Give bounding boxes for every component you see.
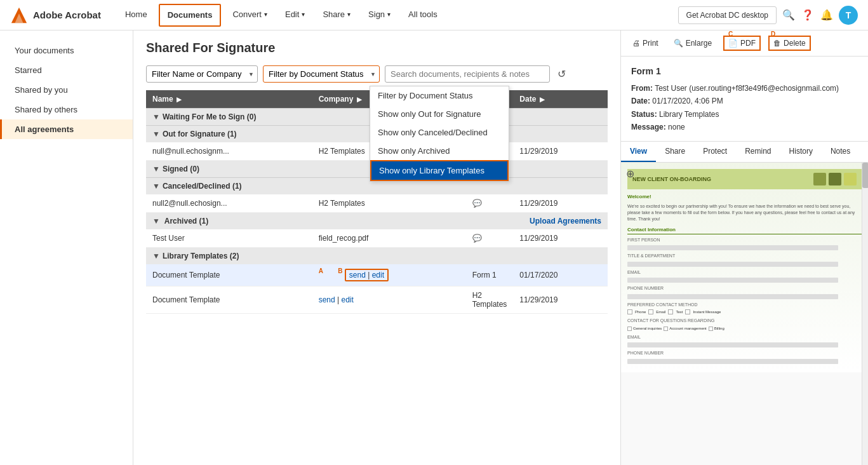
panel-from: From: Test User (user.routing+f8f3e49f6@…	[631, 82, 858, 95]
dropdown-item-canceled[interactable]: Show only Canceled/Declined	[370, 123, 509, 142]
help-icon[interactable]: ❓	[801, 8, 815, 22]
sidebar-item-shared-by-you[interactable]: Shared by you	[0, 80, 133, 100]
send-link-1[interactable]: send	[349, 271, 366, 280]
notification-icon[interactable]: 🔔	[820, 8, 834, 22]
send-edit-box: send | edit	[345, 269, 389, 281]
delete-btn-wrapper: D 🗑 Delete	[768, 36, 811, 51]
send-link-2[interactable]: send	[319, 295, 335, 304]
section-library[interactable]: ▼Library Templates (2)	[146, 248, 608, 265]
table-row-library-1[interactable]: Document Template A B send | edit	[146, 264, 608, 286]
scrollbar-track[interactable]	[862, 163, 868, 465]
top-nav: Adobe Acrobat Home Documents Convert▾ Ed…	[0, 0, 868, 30]
badge-b: B	[338, 267, 342, 274]
preview-document: NEW CLIENT ON-BOARDING Welcome! We're so…	[621, 163, 868, 372]
delete-icon: 🗑	[773, 39, 781, 48]
section-toggle-canceled[interactable]: ▼	[152, 182, 160, 191]
nav-sign[interactable]: Sign▾	[359, 0, 399, 30]
preview-header: NEW CLIENT ON-BOARDING	[627, 169, 862, 189]
print-button[interactable]: 🖨 Print	[629, 37, 662, 50]
sort-date-icon: ▶	[540, 96, 545, 103]
avatar[interactable]: T	[839, 6, 858, 25]
dropdown-item-filter-status[interactable]: Filter by Document Status	[370, 86, 509, 105]
nav-home[interactable]: Home	[116, 0, 156, 30]
sidebar-item-all-agreements[interactable]: All agreements	[0, 119, 133, 139]
row-name: Document Template	[146, 264, 312, 286]
upload-agreements-link[interactable]: Upload Agreements	[530, 217, 601, 226]
refresh-icon[interactable]: ↺	[555, 65, 568, 83]
nav-links: Home Documents Convert▾ Edit▾ Share▾ Sig…	[116, 0, 678, 30]
nav-convert[interactable]: Convert▾	[224, 0, 276, 30]
sidebar-item-starred[interactable]: Starred	[0, 60, 133, 80]
row-send-edit-2: send | edit	[312, 286, 466, 314]
edit-link-1[interactable]: edit	[372, 271, 384, 280]
search-input[interactable]	[385, 65, 550, 83]
section-toggle-archived[interactable]: ▼	[152, 217, 160, 226]
row-send-edit: A B send | edit	[312, 264, 466, 286]
nav-share[interactable]: Share▾	[314, 0, 359, 30]
dropdown-item-out-for-sig[interactable]: Show only Out for Signature	[370, 105, 509, 123]
badge-a: A	[319, 267, 323, 274]
tab-notes[interactable]: Notes	[822, 142, 859, 162]
search-icon[interactable]: 🔍	[782, 8, 796, 22]
row-date: 11/29/2019	[513, 194, 608, 213]
tab-view[interactable]: View	[621, 142, 656, 162]
pdf-button[interactable]: 📄 PDF	[723, 36, 761, 51]
section-toggle-out[interactable]: ▼	[152, 130, 160, 138]
convert-caret-icon: ▾	[264, 11, 267, 18]
row-date-1: 01/17/2020	[513, 264, 608, 286]
filter-dropdown-menu: Filter by Document Status Show only Out …	[370, 86, 509, 182]
enlarge-button[interactable]: 🔍 Enlarge	[670, 37, 716, 50]
scrollbar-thumb[interactable]	[862, 163, 868, 188]
tab-share[interactable]: Share	[656, 142, 694, 162]
table-row-library-2[interactable]: Document Template send | edit H2 Templat…	[146, 286, 608, 314]
section-toggle-signed[interactable]: ▼	[152, 165, 160, 173]
sidebar-item-your-documents[interactable]: Your documents	[0, 41, 133, 60]
row-name: null@null.echosignm...	[146, 142, 312, 161]
filter-document-status[interactable]: Filter by Document Status	[263, 65, 380, 83]
section-archived[interactable]: ▼ Archived (1) Upload Agreements	[146, 213, 608, 230]
sidebar-item-shared-by-others[interactable]: Shared by others	[0, 100, 133, 119]
section-toggle-library[interactable]: ▼	[152, 252, 160, 260]
dropdown-item-library-templates[interactable]: Show only Library Templates	[370, 160, 509, 181]
pdf-icon: 📄	[728, 39, 738, 48]
pdf-btn-wrapper: C 📄 PDF	[723, 36, 761, 51]
tab-protect[interactable]: Protect	[694, 142, 736, 162]
adobe-logo-icon	[10, 6, 28, 24]
section-toggle-waiting[interactable]: ▼	[152, 112, 160, 121]
main-content: Shared For Signature Filter Name or Comp…	[133, 30, 620, 465]
col-date[interactable]: Date ▶	[513, 90, 608, 109]
right-panel: 🖨 Print 🔍 Enlarge C 📄 PDF D 🗑 Delete	[620, 30, 868, 465]
panel-preview: ⊕ NEW CLIENT ON-BOARDING Welcome!	[621, 163, 868, 465]
logo-text: Adobe Acrobat	[33, 10, 101, 20]
nav-documents[interactable]: Documents	[159, 4, 222, 27]
preview-container: ⊕ NEW CLIENT ON-BOARDING Welcome!	[621, 163, 868, 372]
panel-date: Date: 01/17/2020, 4:06 PM	[631, 95, 858, 107]
row-name: null2@null.echosign...	[146, 194, 312, 213]
table-row[interactable]: Test User field_recog.pdf 💬 11/29/2019	[146, 229, 608, 248]
dropdown-item-archived[interactable]: Show only Archived	[370, 142, 509, 160]
logo: Adobe Acrobat	[10, 6, 101, 24]
nav-edit[interactable]: Edit▾	[276, 0, 314, 30]
nav-right: Get Acrobat DC desktop 🔍 ❓ 🔔 T	[678, 6, 858, 25]
layout: Your documents Starred Shared by you Sha…	[0, 30, 868, 465]
row-date: 11/29/2019	[513, 142, 608, 161]
filter-name-company[interactable]: Filter Name or Company	[146, 65, 258, 83]
col-name[interactable]: Name ▶	[146, 90, 312, 109]
edit-link-2[interactable]: edit	[341, 295, 353, 304]
delete-button[interactable]: 🗑 Delete	[768, 36, 811, 51]
panel-tabs: View Share Protect Remind History Notes	[621, 142, 868, 163]
tab-remind[interactable]: Remind	[736, 142, 780, 162]
acrobat-dc-button[interactable]: Get Acrobat DC desktop	[678, 6, 777, 24]
preview-icon-2	[829, 173, 841, 185]
panel-info: Form 1 From: Test User (user.routing+f8f…	[621, 57, 868, 142]
row-company-1: Form 1	[466, 264, 514, 286]
panel-message: Message: none	[631, 121, 858, 133]
row-company: H2 Templates	[312, 194, 466, 213]
table-row[interactable]: null2@null.echosign... H2 Templates 💬 11…	[146, 194, 608, 213]
nav-all-tools[interactable]: All tools	[399, 0, 446, 30]
print-icon: 🖨	[632, 39, 640, 48]
zoom-icon[interactable]: ⊕	[626, 168, 634, 180]
sign-caret-icon: ▾	[387, 11, 391, 18]
filter2-wrapper: Filter by Document Status	[263, 65, 380, 83]
tab-history[interactable]: History	[780, 142, 822, 162]
